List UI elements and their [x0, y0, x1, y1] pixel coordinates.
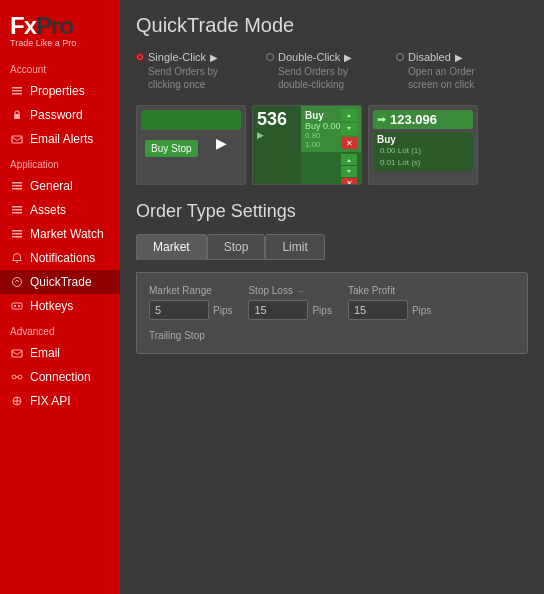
- tab-stop[interactable]: Stop: [207, 234, 266, 260]
- mode-double-click[interactable]: Double-Click ▶ Send Orders by double-cli…: [266, 51, 376, 91]
- double-click-radio[interactable]: [266, 53, 274, 61]
- preview-p3-top: ➡ 123.096: [373, 110, 473, 129]
- svg-rect-2: [12, 93, 22, 95]
- preview-green-bar: [141, 110, 241, 130]
- preview-btn-close-2: ✕: [341, 178, 357, 185]
- sidebar-item-properties[interactable]: Properties: [0, 79, 120, 103]
- logo-pro: Pro: [36, 12, 73, 39]
- svg-point-19: [12, 375, 16, 379]
- sidebar-item-fix-api-label: FIX API: [30, 394, 71, 408]
- single-click-desc: Send Orders by clicking once: [136, 65, 246, 91]
- svg-rect-7: [12, 188, 22, 190]
- tab-limit[interactable]: Limit: [265, 234, 324, 260]
- sidebar-item-notifications[interactable]: Notifications: [0, 246, 120, 270]
- preview-panels: Buy Stop ▶ 536 ▶ Buy Buy 0.0: [136, 105, 528, 185]
- market-range-label: Market Range: [149, 285, 232, 296]
- quicktrade-icon: [10, 275, 24, 289]
- svg-rect-1: [12, 90, 22, 92]
- mode-options: Single-Click ▶ Send Orders by clicking o…: [136, 51, 528, 91]
- sidebar-item-hotkeys[interactable]: Hotkeys: [0, 294, 120, 318]
- fix-api-icon: [10, 394, 24, 408]
- disabled-label: Disabled: [408, 51, 451, 63]
- stop-loss-group: Stop Loss → Pips: [248, 285, 331, 320]
- take-profit-label: Take Profit: [348, 285, 431, 296]
- preview-buy-price: Buy 0.00: [305, 121, 341, 131]
- sidebar-item-password[interactable]: Password: [0, 103, 120, 127]
- application-section-label: Application: [0, 151, 120, 174]
- stop-loss-unit: Pips: [312, 305, 331, 316]
- svg-rect-15: [12, 303, 22, 309]
- email-icon: [10, 346, 24, 360]
- preview-price-sub1: 0.80: [305, 131, 341, 140]
- main-content: QuickTrade Mode Single-Click ▶ Send Orde…: [120, 0, 544, 594]
- advanced-section-label: Advanced: [0, 318, 120, 341]
- sidebar-item-hotkeys-label: Hotkeys: [30, 299, 73, 313]
- svg-rect-16: [14, 305, 16, 307]
- single-click-radio[interactable]: [136, 53, 144, 61]
- svg-rect-8: [12, 206, 22, 208]
- svg-rect-9: [12, 209, 22, 211]
- preview-btn-up-2: [341, 154, 357, 165]
- sidebar-item-email-alerts-label: Email Alerts: [30, 132, 93, 146]
- tab-market[interactable]: Market: [136, 234, 207, 260]
- preview-btn-down-2: [341, 166, 357, 177]
- assets-icon: [10, 203, 24, 217]
- svg-rect-10: [12, 212, 22, 214]
- logo: FxPro Trade Like a Pro: [0, 0, 120, 56]
- preview-btn-down-1: [341, 123, 357, 135]
- tab-content: Market Range Pips Stop Loss → Pips: [136, 272, 528, 354]
- double-click-desc: Send Orders by double-clicking: [266, 65, 376, 91]
- preview-panel-single: Buy Stop ▶: [136, 105, 246, 185]
- stop-loss-arrow: →: [296, 286, 305, 296]
- form-row: Market Range Pips Stop Loss → Pips: [149, 285, 515, 320]
- svg-rect-11: [12, 230, 22, 232]
- mode-single-click[interactable]: Single-Click ▶ Send Orders by clicking o…: [136, 51, 246, 91]
- svg-point-20: [18, 375, 22, 379]
- sidebar-item-assets-label: Assets: [30, 203, 66, 217]
- logo-fx: Fx: [10, 12, 36, 39]
- sidebar-item-connection-label: Connection: [30, 370, 91, 384]
- svg-point-14: [13, 278, 22, 287]
- sidebar-item-email-label: Email: [30, 346, 60, 360]
- account-section-label: Account: [0, 56, 120, 79]
- sidebar-item-notifications-label: Notifications: [30, 251, 95, 265]
- properties-icon: [10, 84, 24, 98]
- cursor-icon-disabled: ▶: [455, 52, 463, 63]
- take-profit-input[interactable]: [348, 300, 408, 320]
- sidebar-item-fix-api[interactable]: FIX API: [0, 389, 120, 413]
- sidebar: FxPro Trade Like a Pro Account Propertie…: [0, 0, 120, 594]
- sidebar-item-market-watch-label: Market Watch: [30, 227, 104, 241]
- preview-p3-lot2: 0.01 Lot (s): [377, 157, 469, 168]
- preview-panel-disabled: ➡ 123.096 Buy 0.00 Lot (1) 0.01 Lot (s): [368, 105, 478, 185]
- sidebar-item-connection[interactable]: Connection: [0, 365, 120, 389]
- preview-buy-stop-btn[interactable]: Buy Stop: [145, 140, 198, 157]
- sidebar-item-email-alerts[interactable]: Email Alerts: [0, 127, 120, 151]
- page-title: QuickTrade Mode: [136, 14, 528, 37]
- svg-rect-3: [14, 114, 20, 119]
- sidebar-item-quicktrade[interactable]: QuickTrade: [0, 270, 120, 294]
- stop-loss-input[interactable]: [248, 300, 308, 320]
- svg-rect-5: [12, 182, 22, 184]
- market-range-group: Market Range Pips: [149, 285, 232, 320]
- svg-rect-18: [12, 350, 22, 357]
- trailing-stop-label: Trailing Stop: [149, 330, 515, 341]
- mode-disabled[interactable]: Disabled ▶ Open an Order screen on click: [396, 51, 506, 91]
- single-click-label: Single-Click: [148, 51, 206, 63]
- market-range-input[interactable]: [149, 300, 209, 320]
- notifications-icon: [10, 251, 24, 265]
- svg-rect-13: [12, 236, 22, 238]
- sidebar-item-password-label: Password: [30, 108, 83, 122]
- connection-icon: [10, 370, 24, 384]
- preview-p3-lot1: 0.00 Lot (1): [377, 145, 469, 156]
- disabled-radio[interactable]: [396, 53, 404, 61]
- cursor-icon-double: ▶: [344, 52, 352, 63]
- sidebar-item-properties-label: Properties: [30, 84, 85, 98]
- order-type-settings-title: Order Type Settings: [136, 201, 528, 222]
- sidebar-item-email[interactable]: Email: [0, 341, 120, 365]
- svg-rect-4: [12, 136, 22, 143]
- sidebar-item-general[interactable]: General: [0, 174, 120, 198]
- sidebar-item-general-label: General: [30, 179, 73, 193]
- sidebar-item-market-watch[interactable]: Market Watch: [0, 222, 120, 246]
- sidebar-item-assets[interactable]: Assets: [0, 198, 120, 222]
- double-click-label: Double-Click: [278, 51, 340, 63]
